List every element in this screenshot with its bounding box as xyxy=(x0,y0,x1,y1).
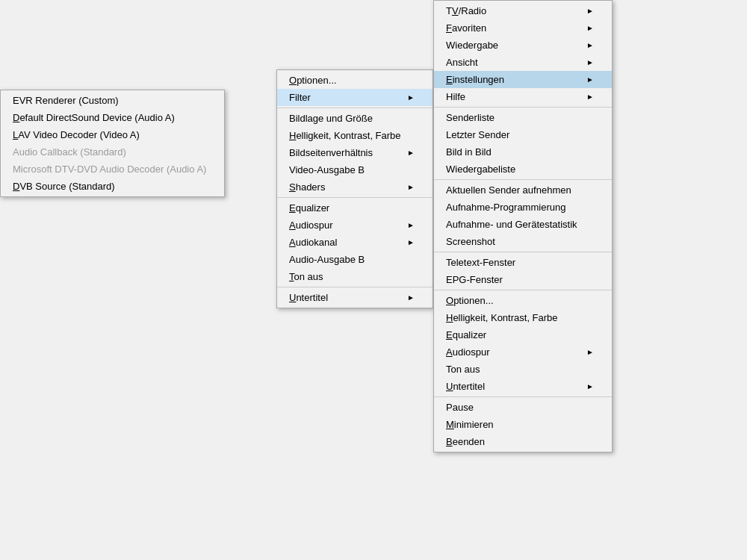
right-separator-2 xyxy=(434,179,612,180)
menu-item-aufnahme-statistik[interactable]: Aufnahme- und Gerätestatistik xyxy=(434,216,612,233)
menu-item-ton-aus2[interactable]: Ton aus xyxy=(434,361,612,378)
menu-item-bild-in-bild[interactable]: Bild in Bild xyxy=(434,143,612,161)
menu-item-hilfe[interactable]: Hilfe ► xyxy=(434,88,612,105)
menu-item-favoriten[interactable]: Favoriten ► xyxy=(434,19,612,37)
right-separator-3 xyxy=(434,252,612,252)
audiospur2-arrow-icon: ► xyxy=(586,348,594,356)
favoriten-arrow-icon: ► xyxy=(586,24,594,32)
untertitel2-arrow-icon: ► xyxy=(586,382,594,391)
menu-item-equalizer2[interactable]: Equalizer xyxy=(434,326,612,343)
wiedergabe-arrow-icon: ► xyxy=(586,41,594,49)
left-submenu: EVR Renderer (Custom) Default DirectSoun… xyxy=(0,90,225,197)
menu-item-dvb-source[interactable]: DVB Source (Standard) xyxy=(1,178,224,195)
right-menu: TV/Radio ► Favoriten ► Wiedergabe ► Ansi… xyxy=(433,0,613,452)
separator-3 xyxy=(277,287,433,287)
menu-item-pause[interactable]: Pause xyxy=(434,399,612,416)
bildseit-arrow-icon: ► xyxy=(407,149,415,157)
audiokanal-arrow-icon: ► xyxy=(407,238,415,246)
menu-item-audio-callback: Audio Callback (Standard) xyxy=(1,143,224,161)
menu-item-microsoft-dtv: Microsoft DTV-DVD Audio Decoder (Audio A… xyxy=(1,161,224,178)
right-separator-5 xyxy=(434,396,612,397)
separator-2 xyxy=(277,197,433,198)
menu-item-senderliste[interactable]: Senderliste xyxy=(434,109,612,126)
menu-item-helligkeit2[interactable]: Helligkeit, Kontrast, Farbe xyxy=(434,309,612,326)
menu-item-teletext-fenster[interactable]: Teletext-Fenster xyxy=(434,254,612,271)
menu-item-untertitel2[interactable]: Untertitel ► xyxy=(434,378,612,395)
untertitel-arrow-icon: ► xyxy=(407,293,415,302)
audiospur-arrow-icon: ► xyxy=(407,221,415,229)
menu-item-tv-radio[interactable]: TV/Radio ► xyxy=(434,2,612,19)
menu-item-audiokanal[interactable]: Audiokanal ► xyxy=(277,234,433,251)
right-separator-1 xyxy=(434,107,612,108)
menu-item-letzter-sender[interactable]: Letzter Sender xyxy=(434,126,612,143)
filter-arrow-icon: ► xyxy=(407,93,415,102)
menu-item-shaders[interactable]: Shaders ► xyxy=(277,178,433,196)
menu-item-helligkeit[interactable]: Helligkeit, Kontrast, Farbe xyxy=(277,127,433,144)
tv-radio-arrow-icon: ► xyxy=(586,7,594,15)
menu-item-equalizer[interactable]: Equalizer xyxy=(277,199,433,217)
menu-item-einstellungen[interactable]: Einstellungen ► xyxy=(434,71,612,88)
menu-item-lav-video[interactable]: LAV Video Decoder (Video A) xyxy=(1,126,224,143)
menu-item-epg-fenster[interactable]: EPG-Fenster xyxy=(434,271,612,288)
menu-item-untertitel[interactable]: Untertitel ► xyxy=(277,289,433,306)
filter-submenu: EVR Renderer (Custom) Default DirectSoun… xyxy=(0,90,225,197)
ansicht-arrow-icon: ► xyxy=(586,58,594,66)
menu-item-optionen2[interactable]: Optionen... xyxy=(434,292,612,309)
menu-item-bildlage[interactable]: Bildlage und Größe xyxy=(277,110,433,127)
menu-item-screenshot[interactable]: Screenshot xyxy=(434,233,612,250)
middle-menu: Optionen... Filter ► Bildlage und Größe … xyxy=(276,69,433,308)
menu-item-video-ausgabe[interactable]: Video-Ausgabe B xyxy=(277,161,433,178)
menu-item-ton-aus[interactable]: Ton aus xyxy=(277,268,433,285)
menu-item-aufnahme-programmierung[interactable]: Aufnahme-Programmierung xyxy=(434,199,612,216)
menu-item-beenden[interactable]: Beenden xyxy=(434,433,612,450)
menu-item-bildseitenverhaeltnis[interactable]: Bildseitenverhältnis ► xyxy=(277,144,433,161)
einstellungen-arrow-icon: ► xyxy=(586,75,594,84)
menu-item-wiedergabeliste[interactable]: Wiedergabeliste xyxy=(434,161,612,178)
menu-item-minimieren[interactable]: Minimieren xyxy=(434,416,612,433)
menu-item-ansicht[interactable]: Ansicht ► xyxy=(434,54,612,71)
menu-item-audiospur[interactable]: Audiospur ► xyxy=(277,217,433,234)
right-separator-4 xyxy=(434,290,612,290)
hilfe-arrow-icon: ► xyxy=(586,93,594,101)
menu-item-filter[interactable]: Filter ► xyxy=(277,89,433,106)
separator-1 xyxy=(277,108,433,108)
menu-item-audiospur2[interactable]: Audiospur ► xyxy=(434,343,612,361)
menu-item-optionen[interactable]: Optionen... xyxy=(277,72,433,89)
menu-item-sender-aufnehmen[interactable]: Aktuellen Sender aufnehmen xyxy=(434,181,612,199)
menu-item-wiedergabe[interactable]: Wiedergabe ► xyxy=(434,37,612,54)
shaders-arrow-icon: ► xyxy=(407,183,415,191)
menu-item-audio-ausgabe[interactable]: Audio-Ausgabe B xyxy=(277,251,433,268)
menu-item-evr-renderer[interactable]: EVR Renderer (Custom) xyxy=(1,92,224,109)
menu-item-default-directsound[interactable]: Default DirectSound Device (Audio A) xyxy=(1,109,224,126)
